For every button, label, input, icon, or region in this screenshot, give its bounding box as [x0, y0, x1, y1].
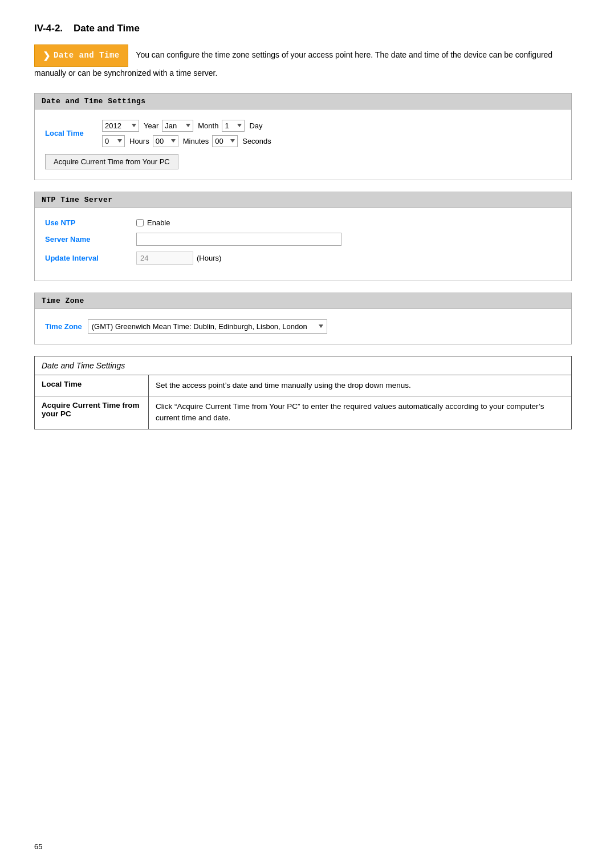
datetime-panel-body: Local Time 2012 2013 2014 Year Jan Feb [35, 109, 571, 180]
table-row: Acquire Current Time from your PC Click … [35, 396, 572, 429]
year-select[interactable]: 2012 2013 2014 [102, 120, 139, 132]
update-interval-input[interactable] [136, 252, 193, 265]
orange-banner: ❯ Date and Time [34, 44, 128, 67]
server-name-label: Server Name [45, 235, 136, 244]
hour-label: Hours [129, 137, 149, 145]
timezone-panel-header: Time Zone [35, 293, 571, 309]
datetime-panel: Date and Time Settings Local Time 2012 2… [34, 93, 572, 180]
update-interval-label: Update Interval [45, 254, 136, 262]
page-number: 65 [34, 842, 42, 851]
min-select[interactable]: 00 01 [153, 135, 178, 147]
sec-label: Seconds [242, 137, 271, 145]
local-time-row: Local Time 2012 2013 2014 Year Jan Feb [45, 120, 561, 147]
ntp-panel: NTP Time Server Use NTP Enable Server Na… [34, 192, 572, 281]
hour-select[interactable]: 0 1 [102, 135, 125, 147]
server-name-row: Server Name [45, 233, 561, 246]
page-heading: IV-4-2. Date and Time [34, 23, 572, 34]
heading-prefix: IV-4-2. [34, 23, 63, 34]
month-select[interactable]: Jan Feb Mar [162, 120, 193, 132]
ntp-panel-header: NTP Time Server [35, 192, 571, 208]
time-fields: 2012 2013 2014 Year Jan Feb Mar Month 1 [102, 120, 271, 147]
local-time-desc-cell: Set the access point’s date and time man… [149, 375, 572, 396]
banner-text: Date and Time [54, 49, 120, 63]
ntp-panel-body: Use NTP Enable Server Name Update Interv… [35, 208, 571, 281]
table-header-cell: Date and Time Settings [35, 356, 572, 375]
table-header-row: Date and Time Settings [35, 356, 572, 375]
datetime-panel-header: Date and Time Settings [35, 94, 571, 109]
sec-select[interactable]: 00 01 [212, 135, 238, 147]
acquire-time-label-cell: Acquire Current Time from your PC [35, 396, 149, 429]
timezone-panel-body: Time Zone (GMT) Greenwich Mean Time: Dub… [35, 309, 571, 344]
timezone-panel: Time Zone Time Zone (GMT) Greenwich Mean… [34, 293, 572, 344]
acquire-time-desc-cell: Click “Acquire Current Time from Your PC… [149, 396, 572, 429]
time-row: 0 1 Hours 00 01 Minutes 00 01 [102, 135, 271, 147]
day-label: Day [249, 121, 262, 130]
panels-container: Date and Time Settings Local Time 2012 2… [34, 93, 572, 344]
local-time-label: Local Time [45, 129, 102, 137]
timezone-label: Time Zone [45, 322, 82, 331]
update-interval-row: Update Interval (Hours) [45, 252, 561, 265]
use-ntp-row: Use NTP Enable [45, 218, 561, 227]
timezone-select[interactable]: (GMT) Greenwich Mean Time: Dublin, Edinb… [88, 319, 327, 334]
server-name-input[interactable] [136, 233, 341, 246]
year-label: Year [144, 121, 158, 130]
local-time-label-cell: Local Time [35, 375, 149, 396]
day-select[interactable]: 1 2 [222, 120, 245, 132]
enable-label: Enable [147, 218, 170, 227]
use-ntp-label: Use NTP [45, 218, 136, 227]
heading-title: Date and Time [74, 23, 140, 34]
table-row: Local Time Set the access point’s date a… [35, 375, 572, 396]
description-table: Date and Time Settings Local Time Set th… [34, 356, 572, 429]
acquire-time-button[interactable]: Acquire Current Time from Your PC [45, 154, 178, 169]
ntp-enable-checkbox[interactable] [136, 219, 144, 226]
month-label: Month [198, 121, 218, 130]
timezone-row: Time Zone (GMT) Greenwich Mean Time: Dub… [45, 319, 561, 334]
arrow-icon: ❯ [43, 48, 50, 63]
intro-paragraph: ❯ Date and Time You can configure the ti… [34, 44, 572, 80]
date-row: 2012 2013 2014 Year Jan Feb Mar Month 1 [102, 120, 271, 132]
min-label: Minutes [183, 137, 209, 145]
hours-label: (Hours) [197, 254, 221, 262]
